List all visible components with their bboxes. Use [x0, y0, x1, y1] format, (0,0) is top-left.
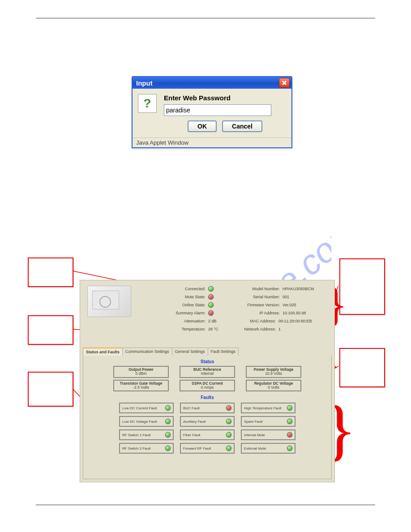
section-title-faults: Faults [83, 395, 331, 400]
value-serial: 001 [283, 295, 330, 299]
status-box: Output Power0 dBm [113, 366, 169, 378]
annotation-box [28, 257, 73, 287]
tab-status-faults[interactable]: Status and Faults [83, 348, 123, 356]
fault-led [226, 446, 231, 451]
ok-button[interactable]: OK [188, 120, 217, 132]
fault-cell: RF Switch 2 Fault [119, 443, 174, 454]
input-dialog: Input ? Enter Web Password OK Cancel Jav… [132, 76, 292, 148]
label-model: Model Number: [235, 287, 283, 291]
close-button[interactable] [279, 78, 290, 88]
led-connected [208, 286, 214, 292]
fault-led [287, 432, 292, 438]
fault-led [226, 419, 231, 424]
fault-cell: Forward RF Fault [180, 443, 235, 454]
annotation-box [28, 372, 73, 407]
label-mute: Mute State: [138, 295, 208, 299]
label-online: Online State: [138, 303, 208, 307]
fault-led [165, 419, 171, 424]
fault-led [165, 432, 171, 438]
fault-cell: Fiber Fault [180, 429, 235, 440]
close-icon [282, 80, 287, 86]
fault-led [226, 432, 231, 438]
label-ip: IP Address: [235, 311, 283, 315]
password-input[interactable] [164, 104, 271, 116]
value-firmware: Ver.025 [283, 303, 330, 307]
label-connected: Connected: [138, 287, 208, 291]
fault-led [165, 405, 171, 411]
device-image [87, 286, 131, 317]
tabs: Status and Faults Communication Settings… [83, 348, 332, 356]
fault-led [287, 419, 292, 424]
cancel-button[interactable]: Cancel [222, 120, 262, 132]
dialog-statusbar: Java Applet Window [133, 137, 291, 147]
status-box: BUC ReferenceInternal [180, 366, 235, 378]
section-title-status: Status [83, 359, 331, 364]
label-firmware: Firmware Version: [235, 303, 283, 307]
fault-cell: RF Switch 1 Fault [119, 429, 174, 440]
fault-cell: Internal Mute [241, 429, 295, 440]
fault-cell: Low DC Voltage Fault [119, 416, 174, 427]
status-box: Regulator DC Voltage0 Volts [246, 380, 301, 392]
value-mac: 00:11:29:00:80:EB [278, 319, 330, 323]
fault-cell: External Mute [241, 443, 295, 454]
value-ip: 10.100.50.98 [283, 311, 330, 315]
value-atten: 2 dB [208, 319, 226, 323]
label-temp: Temperature: [138, 327, 208, 331]
fault-led [287, 446, 292, 451]
annotation-box [339, 348, 385, 387]
tab-fault-settings[interactable]: Fault Settings [208, 348, 239, 356]
dialog-title: Input [136, 79, 153, 87]
fault-cell: Low DC Current Fault [119, 403, 174, 413]
fault-cell: BUC Fault [180, 403, 235, 413]
fault-led [287, 405, 292, 411]
value-net: 1 [278, 327, 330, 331]
titlebar: Input [133, 77, 291, 89]
led-alarm [208, 310, 214, 316]
label-alarm: Summary Alarm: [138, 311, 208, 315]
question-icon: ? [138, 94, 157, 113]
dialog-prompt: Enter Web Password [164, 94, 286, 102]
status-box: Transistor Gate Voltage-2.5 Volts [113, 380, 169, 392]
fault-cell: High Temperature Fault [241, 403, 295, 413]
status-panel: Connected: Model Number: HPAKU3050BCM Mu… [80, 280, 335, 482]
tab-body: Status Output Power0 dBmBUC ReferenceInt… [83, 356, 332, 479]
label-net: Network Address: [231, 327, 278, 331]
fault-led [165, 446, 171, 451]
status-box: Power Supply Voltage10.9 Volts [246, 366, 301, 378]
label-atten: Attenuation: [138, 319, 208, 323]
status-grid: Connected: Model Number: HPAKU3050BCM Mu… [138, 285, 330, 333]
fault-cell: Auxiliary Fault [180, 416, 235, 427]
led-online [208, 302, 214, 308]
label-serial: Serial Number: [235, 295, 283, 299]
label-mac: MAC Address: [231, 319, 278, 323]
tab-general-settings[interactable]: General Settings [172, 348, 208, 356]
tab-comm-settings[interactable]: Communication Settings [122, 348, 172, 356]
status-box: SSPA DC Current0 Amps [180, 380, 235, 392]
value-model: HPAKU3050BCM [283, 287, 330, 291]
fault-led [226, 405, 231, 411]
fault-cell: Spare Fault [241, 416, 295, 427]
led-mute [208, 294, 214, 300]
annotation-box [28, 315, 73, 345]
value-temp: 28 °C [208, 327, 226, 331]
